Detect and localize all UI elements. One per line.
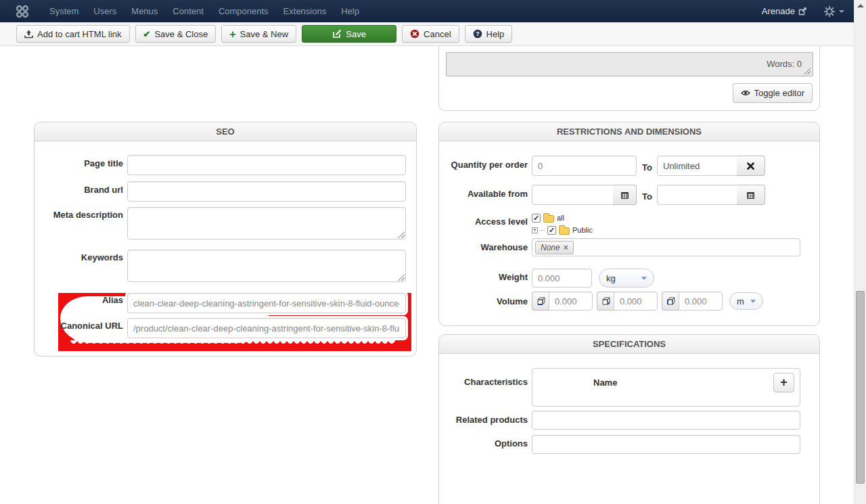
- chevron-down-icon: [641, 277, 647, 280]
- chevron-down-icon: [839, 10, 844, 13]
- meta-description-label: Meta description: [35, 210, 123, 220]
- tree-expand-icon[interactable]: +: [532, 227, 538, 233]
- access-item-label: all: [557, 214, 564, 222]
- weight-input[interactable]: [532, 269, 592, 288]
- canonical-url-input[interactable]: [127, 318, 406, 338]
- clear-quantity-max-button[interactable]: [737, 156, 765, 176]
- page-scrollbar[interactable]: [854, 0, 866, 504]
- weight-unit-select[interactable]: kg: [599, 269, 654, 288]
- warehouse-chip[interactable]: None ×: [535, 241, 574, 254]
- available-from-calendar-button[interactable]: [613, 185, 637, 205]
- external-link-icon: [798, 7, 806, 16]
- menu-users[interactable]: Users: [86, 6, 124, 16]
- restrictions-panel: RESTRICTIONS AND DIMENSIONS Quantity per…: [438, 122, 820, 326]
- save-new-label: Save & New: [240, 29, 289, 39]
- calendar-icon: [746, 191, 755, 200]
- warehouse-tag-input[interactable]: None ×: [532, 238, 800, 256]
- available-from-label: Available from: [439, 189, 528, 199]
- weight-unit-label: kg: [606, 273, 616, 283]
- tree-connector: [541, 230, 545, 231]
- save-button[interactable]: Save: [302, 25, 396, 43]
- menu-system[interactable]: System: [42, 6, 86, 16]
- volume-width-input[interactable]: [614, 292, 658, 311]
- add-to-cart-html-link-button[interactable]: Add to cart HTML link: [16, 25, 130, 43]
- scroll-up-arrow-icon[interactable]: [857, 4, 864, 7]
- scrollbar-thumb[interactable]: [856, 291, 865, 484]
- folder-icon: [559, 227, 570, 235]
- edit-save-icon: [332, 29, 342, 39]
- add-to-cart-label: Add to cart HTML link: [37, 29, 122, 39]
- add-characteristic-button[interactable]: +: [773, 373, 794, 392]
- warehouse-chip-label: None: [541, 243, 560, 252]
- checkbox-all[interactable]: ✓: [532, 214, 541, 223]
- save-close-button[interactable]: ✔ Save & Close: [135, 25, 216, 43]
- available-to-calendar-button[interactable]: [737, 185, 765, 205]
- dimension-width-icon: [597, 292, 614, 311]
- brand-url-input[interactable]: [127, 181, 406, 202]
- cancel-button[interactable]: Cancel: [402, 25, 459, 43]
- characteristics-box: Name +: [532, 368, 800, 407]
- chevron-down-icon: [750, 300, 756, 303]
- page-title-label: Page title: [35, 158, 123, 168]
- related-products-input[interactable]: [532, 411, 800, 430]
- volume-unit-label: m: [737, 296, 744, 306]
- seo-panel: SEO Page title Brand url Meta descriptio…: [34, 122, 417, 357]
- menu-components[interactable]: Components: [211, 6, 276, 16]
- menu-content[interactable]: Content: [165, 6, 211, 16]
- save-new-button[interactable]: + Save & New: [221, 25, 296, 43]
- calendar-icon: [620, 191, 629, 200]
- keywords-label: Keywords: [35, 252, 123, 262]
- alias-label: Alias: [35, 295, 123, 305]
- toggle-editor-button[interactable]: Toggle editor: [733, 83, 813, 103]
- action-toolbar: Add to cart HTML link ✔ Save & Close + S…: [0, 22, 854, 46]
- dimension-height-icon: [662, 292, 679, 311]
- admin-settings-dropdown[interactable]: [824, 6, 844, 17]
- options-input[interactable]: [532, 435, 800, 454]
- site-preview-link[interactable]: Arenade: [762, 6, 806, 16]
- canonical-url-label: Canonical URL: [35, 321, 123, 331]
- brand-url-label: Brand url: [35, 185, 123, 195]
- volume-unit-select[interactable]: m: [729, 292, 763, 310]
- folder-icon: [543, 215, 554, 223]
- help-label: Help: [486, 29, 505, 39]
- available-from-input[interactable]: [532, 185, 614, 205]
- volume-height-input[interactable]: [679, 292, 723, 311]
- menu-help[interactable]: Help: [334, 6, 367, 16]
- characteristics-label: Characteristics: [439, 377, 528, 387]
- menu-extensions[interactable]: Extensions: [276, 6, 334, 16]
- meta-description-textarea[interactable]: [127, 207, 406, 239]
- top-navbar: System Users Menus Content Components Ex…: [0, 0, 854, 22]
- specifications-panel: SPECIFICATIONS Characteristics Name + Re…: [438, 334, 820, 504]
- keywords-textarea[interactable]: [127, 250, 406, 282]
- available-to-input[interactable]: [657, 185, 737, 205]
- restrictions-panel-title: RESTRICTIONS AND DIMENSIONS: [439, 122, 819, 141]
- resize-grip-icon[interactable]: [804, 68, 811, 74]
- volume-label: Volume: [439, 296, 528, 306]
- save-label: Save: [346, 29, 366, 39]
- joomla-logo-icon: [15, 4, 30, 19]
- page-title-input[interactable]: [127, 155, 406, 175]
- weight-label: Weight: [439, 272, 528, 282]
- alias-input[interactable]: [127, 293, 406, 313]
- access-tree-row-public: + ✓ Public: [532, 225, 593, 235]
- cancel-label: Cancel: [424, 29, 451, 39]
- menu-menus[interactable]: Menus: [124, 6, 165, 16]
- access-level-tree: ✓ all + ✓ Public: [532, 212, 593, 235]
- quantity-to-label: To: [642, 162, 656, 173]
- chip-remove-icon[interactable]: ×: [564, 243, 568, 252]
- access-tree-row-all: ✓ all: [532, 212, 593, 223]
- site-name-label: Arenade: [762, 6, 795, 16]
- admin-page: System Users Menus Content Components Ex…: [0, 0, 866, 504]
- quantity-max-input[interactable]: [657, 156, 737, 176]
- plus-icon: +: [229, 30, 235, 39]
- volume-length-input[interactable]: [549, 292, 593, 311]
- check-icon: ✔: [143, 29, 151, 39]
- help-button[interactable]: ? Help: [465, 25, 513, 43]
- x-icon: [746, 162, 755, 170]
- cancel-icon: [410, 29, 419, 39]
- help-icon: ?: [473, 29, 482, 39]
- quantity-min-input[interactable]: [532, 156, 637, 176]
- checkbox-public[interactable]: ✓: [547, 226, 556, 235]
- navbar-right: Arenade: [762, 6, 844, 17]
- gear-icon: [824, 6, 835, 17]
